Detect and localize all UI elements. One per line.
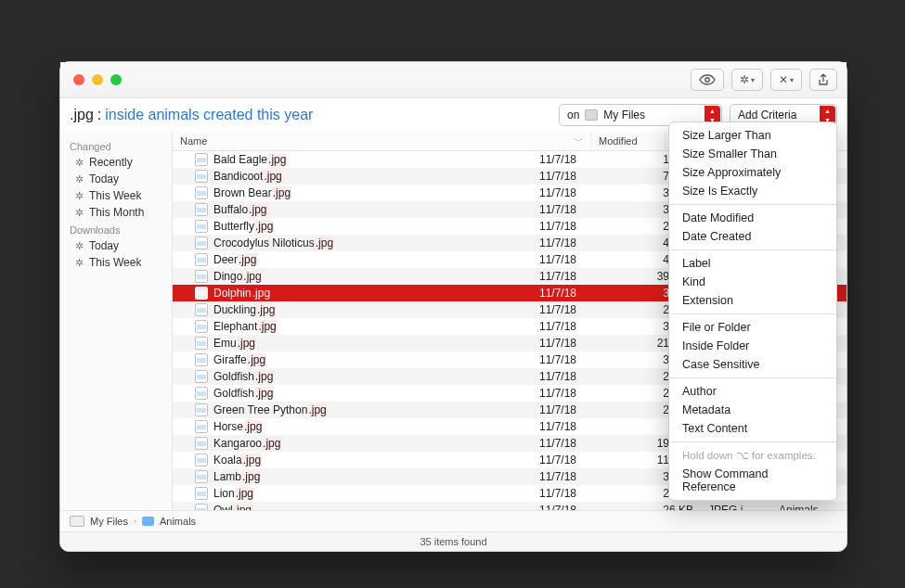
file-name: Bald Eagle.jpg <box>213 153 287 166</box>
preview-button[interactable] <box>691 69 724 91</box>
gear-icon: ✲ <box>75 240 84 252</box>
minimize-button[interactable] <box>92 74 103 85</box>
query-extension: .jpg <box>70 107 94 122</box>
share-button[interactable] <box>809 69 837 91</box>
file-name: Green Tree Python.jpg <box>213 403 328 416</box>
menu-item[interactable]: Metadata <box>669 401 836 419</box>
app-window: ✲▾ ✕▾ .jpg:inside animals created this y… <box>59 61 847 552</box>
file-name: Crocodylus Niloticus.jpg <box>213 236 334 249</box>
column-modified[interactable]: Modified <box>591 132 666 150</box>
menu-item[interactable]: Size Approximately <box>669 163 836 182</box>
cell-modified: 11/7/18 <box>532 487 621 500</box>
file-icon <box>195 270 208 283</box>
file-icon <box>195 370 208 383</box>
path-folder[interactable]: Animals <box>160 516 196 527</box>
menu-item[interactable]: Case Sensitive <box>669 355 836 374</box>
menu-item[interactable]: Inside Folder <box>669 337 836 355</box>
zoom-button[interactable] <box>110 74 122 85</box>
cell-modified: 11/7/18 <box>532 153 621 166</box>
gear-icon: ✲ <box>740 73 749 86</box>
cell-modified: 11/7/18 <box>532 270 621 283</box>
sidebar: Changed✲Recently✲Today✲This Week✲This Mo… <box>60 132 173 510</box>
menu-item[interactable]: Extension <box>669 291 836 310</box>
close-button[interactable] <box>73 74 84 85</box>
file-name: Butterfly.jpg <box>213 220 274 233</box>
file-icon <box>195 253 208 266</box>
menu-item[interactable]: File or Folder <box>669 318 836 337</box>
cell-modified: 11/7/18 <box>532 236 621 249</box>
menu-item[interactable]: Kind <box>669 273 836 291</box>
cell-where: Animals <box>771 504 847 510</box>
menu-item[interactable]: Text Content <box>669 419 836 438</box>
sidebar-item[interactable]: ✲Today <box>60 237 172 254</box>
file-icon <box>195 303 208 316</box>
table-row[interactable]: Owl.jpg11/7/1826 KBJPEG i…Animals <box>173 502 847 510</box>
sidebar-header: Downloads <box>60 221 172 237</box>
sidebar-item[interactable]: ✲This Week <box>60 254 172 271</box>
menu-item[interactable]: Date Modified <box>669 209 836 227</box>
gear-icon: ✲ <box>75 207 84 219</box>
cell-modified: 11/7/18 <box>532 170 621 183</box>
sidebar-item-label: This Month <box>89 206 144 219</box>
cell-modified: 11/7/18 <box>532 420 621 433</box>
tools-button[interactable]: ✕▾ <box>770 69 802 91</box>
status-text: 35 items found <box>420 536 486 547</box>
cell-modified: 11/7/18 <box>532 220 621 233</box>
cell-kind: JPEG i… <box>701 504 771 510</box>
file-name: Lamb.jpg <box>213 470 261 483</box>
menu-hint: Hold down ⌥ for examples. <box>669 446 836 465</box>
sort-caret-icon: ﹀ <box>575 135 583 147</box>
gear-icon: ✲ <box>75 190 84 202</box>
file-name: Buffalo.jpg <box>213 203 268 216</box>
cell-modified: 11/7/18 <box>532 337 621 350</box>
menu-item[interactable]: Author <box>669 382 836 401</box>
file-icon <box>195 220 208 233</box>
tools-icon: ✕ <box>779 73 788 86</box>
search-query[interactable]: .jpg:inside animals created this year <box>70 107 313 123</box>
menu-item[interactable]: Show Command Reference <box>669 465 836 496</box>
file-name: Dolphin.jpg <box>213 287 271 300</box>
sidebar-item[interactable]: ✲Recently <box>60 154 172 171</box>
file-icon <box>195 320 208 333</box>
cell-modified: 11/7/18 <box>532 370 621 383</box>
sidebar-item[interactable]: ✲Today <box>60 171 172 187</box>
add-criteria-menu: Size Larger ThanSize Smaller ThanSize Ap… <box>668 121 837 501</box>
location-prefix: on <box>567 109 579 121</box>
cell-modified: 11/7/18 <box>532 287 621 300</box>
cell-modified: 11/7/18 <box>532 454 621 467</box>
cell-modified: 11/7/18 <box>532 253 621 266</box>
sidebar-item-label: Today <box>89 239 119 252</box>
file-name: Duckling.jpg <box>213 303 276 316</box>
menu-item[interactable]: Size Is Exactly <box>669 182 836 200</box>
cell-modified: 11/7/18 <box>532 186 621 199</box>
file-icon <box>195 403 208 416</box>
sidebar-item[interactable]: ✲This Month <box>60 204 172 221</box>
file-name: Goldfish.jpg <box>213 370 274 383</box>
file-icon <box>195 420 208 433</box>
add-criteria-label: Add Criteria <box>738 109 796 121</box>
svg-point-0 <box>705 78 709 82</box>
menu-item[interactable]: Label <box>669 254 836 273</box>
sidebar-item[interactable]: ✲This Week <box>60 187 172 204</box>
cell-modified: 11/7/18 <box>532 403 621 416</box>
drive-icon <box>585 109 598 121</box>
file-name: Lion.jpg <box>213 487 254 500</box>
file-icon <box>195 437 208 450</box>
sidebar-item-label: Recently <box>89 156 133 169</box>
cell-size: 26 KB <box>621 504 701 510</box>
menu-item[interactable]: Size Larger Than <box>669 126 836 145</box>
window-controls <box>73 74 122 85</box>
menu-item[interactable]: Date Created <box>669 227 836 246</box>
cell-modified: 11/7/18 <box>532 437 621 450</box>
column-name[interactable]: Name﹀ <box>173 132 591 150</box>
file-name: Horse.jpg <box>213 420 263 433</box>
sidebar-item-label: Today <box>89 173 119 185</box>
file-name: Elephant.jpg <box>213 320 278 333</box>
cell-modified: 11/7/18 <box>532 387 621 400</box>
path-root[interactable]: My Files <box>90 516 128 527</box>
menu-item[interactable]: Size Smaller Than <box>669 145 836 163</box>
cell-modified: 11/7/18 <box>532 504 621 510</box>
path-bar: My Files › Animals <box>60 510 847 531</box>
file-icon <box>195 454 208 467</box>
settings-button[interactable]: ✲▾ <box>731 69 763 91</box>
